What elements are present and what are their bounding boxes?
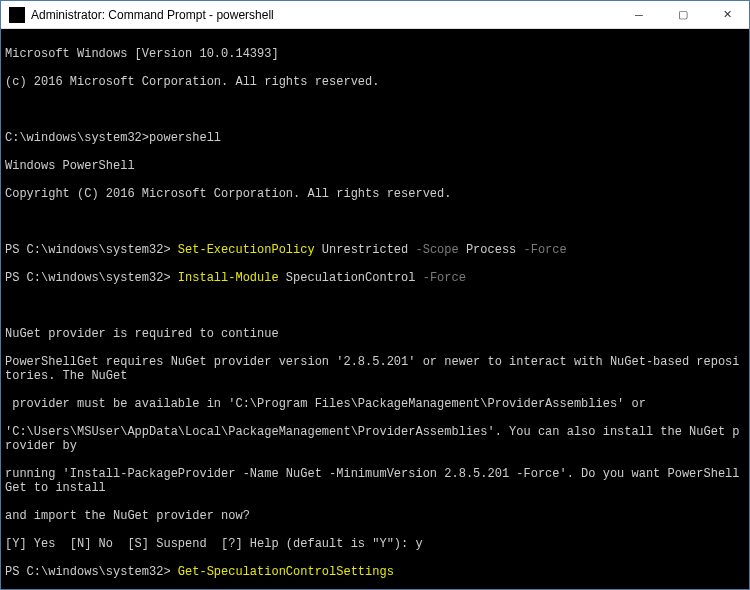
cmd-icon (9, 7, 25, 23)
ps-command-line: PS C:\windows\system32> Install-Module S… (5, 271, 745, 285)
header-line: Microsoft Windows [Version 10.0.14393] (5, 47, 745, 61)
nuget-msg: PowerShellGet requires NuGet provider ve… (5, 355, 745, 383)
nuget-msg: provider must be available in 'C:\Progra… (5, 397, 745, 411)
ps-header: Windows PowerShell (5, 159, 745, 173)
titlebar: Administrator: Command Prompt - powershe… (1, 1, 749, 29)
ps-command-line: PS C:\windows\system32> Get-SpeculationC… (5, 565, 745, 579)
nuget-prompt: [Y] Yes [N] No [S] Suspend [?] Help (def… (5, 537, 745, 551)
minimize-button[interactable]: ─ (617, 1, 661, 28)
nuget-msg: running 'Install-PackageProvider -Name N… (5, 467, 745, 495)
window-controls: ─ ▢ ✕ (617, 1, 749, 28)
nuget-msg: NuGet provider is required to continue (5, 327, 745, 341)
window-title: Administrator: Command Prompt - powershe… (31, 8, 617, 22)
nuget-msg: 'C:\Users\MSUser\AppData\Local\PackageMa… (5, 425, 745, 453)
nuget-msg: and import the NuGet provider now? (5, 509, 745, 523)
header-line: (c) 2016 Microsoft Corporation. All righ… (5, 75, 745, 89)
maximize-button[interactable]: ▢ (661, 1, 705, 28)
terminal-output[interactable]: Microsoft Windows [Version 10.0.14393] (… (1, 29, 749, 589)
close-button[interactable]: ✕ (705, 1, 749, 28)
ps-command-line: PS C:\windows\system32> Set-ExecutionPol… (5, 243, 745, 257)
ps-header: Copyright (C) 2016 Microsoft Corporation… (5, 187, 745, 201)
cmd-line: C:\windows\system32>powershell (5, 131, 745, 145)
